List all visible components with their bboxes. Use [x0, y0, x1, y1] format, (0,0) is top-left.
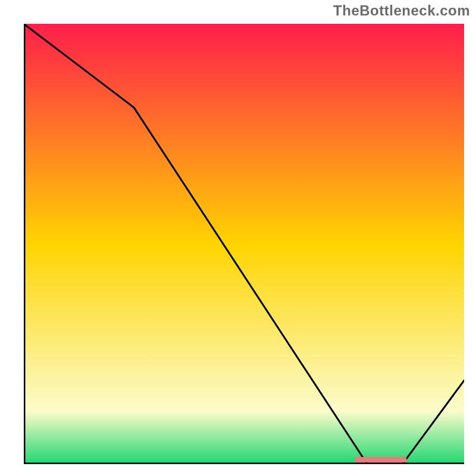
chart-svg — [24, 24, 464, 464]
min-marker — [354, 457, 407, 462]
chart-root: TheBottleneck.com — [0, 0, 476, 476]
plot-area — [24, 24, 464, 464]
gradient-background — [24, 24, 464, 464]
watermark-text: TheBottleneck.com — [333, 2, 470, 19]
